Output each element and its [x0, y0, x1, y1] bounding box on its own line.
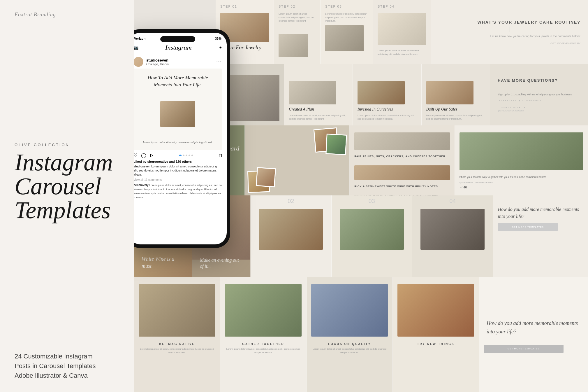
- step-02-label: STEP 02: [279, 5, 316, 8]
- investment-tag: INVESTMENT: $1000/SESSION: [498, 99, 580, 102]
- social-handle-2: @STUDIOSEVENJEWELRY: [498, 110, 580, 112]
- white-wine-heading: White Wine is a must: [142, 256, 184, 270]
- right-panel: Verizon 2:00 PM 33% Instagram studioseve…: [134, 0, 588, 392]
- numbered-03-cell: 03: [332, 195, 413, 277]
- comment-username: studioseven: [134, 165, 150, 168]
- num-04: 04: [449, 198, 456, 204]
- brand-name: Foxtrot Branding: [15, 12, 56, 19]
- invested-text: Lorem ipsum dolor sit amet, consectetur …: [358, 114, 417, 121]
- pair-fruits-photo: [354, 132, 450, 150]
- try-new-cell: TRY NEW THINGS: [393, 277, 479, 392]
- try-new-label: TRY NEW THINGS: [397, 342, 474, 346]
- share-handle: @DINNERPARTYFUNWHOLESALE: [460, 181, 583, 183]
- share-icon[interactable]: ⊳: [150, 153, 154, 158]
- dot-2: [183, 155, 184, 156]
- post-content: How To Add More Memorable Moments Into Y…: [134, 69, 222, 150]
- carrier-text: Verizon: [134, 37, 145, 40]
- numbered-04-cell: 04: [412, 195, 493, 277]
- share-cell: Share your favorite way to gather with y…: [455, 125, 588, 195]
- invested-heading: Invested In Ourselves: [358, 107, 417, 112]
- commenter2-username: hellolovely: [134, 183, 149, 187]
- num-02-photo: [259, 209, 323, 250]
- heart-icon[interactable]: ♡: [134, 153, 138, 158]
- main-title: Instagram Carousel Templates: [15, 150, 119, 222]
- step-03-photo: [325, 25, 364, 51]
- step-04-photo: [378, 13, 426, 45]
- built-sales-text: Lorem ipsum dolor sit amet, consectetur …: [426, 114, 485, 121]
- pick-wine-photo: [354, 165, 450, 180]
- instagram-header: Instagram: [134, 41, 227, 54]
- dot-3: [186, 155, 187, 156]
- profile-row: studioseven Chicago, Illinois ···: [134, 54, 227, 69]
- get-more-button[interactable]: GET MORE TEMPLATES: [498, 223, 558, 231]
- template-row-1: STEP 01 o Care For Jewelry STEP 02 Lorem…: [216, 0, 588, 64]
- avatar[interactable]: [134, 57, 143, 67]
- location-text: Chicago, Illinois: [146, 62, 169, 66]
- post-comment-1: studioseven Lorem ipsum dolor sit amet, …: [134, 164, 227, 177]
- phone-screen: Verizon 2:00 PM 33% Instagram studioseve…: [134, 33, 227, 244]
- overlap-photo-2: [325, 134, 347, 155]
- view-all-comments[interactable]: View all 11 comments: [134, 177, 227, 183]
- collection-label: OLIVE COLLECTION: [15, 143, 119, 147]
- camera-icon[interactable]: [134, 45, 138, 50]
- phone-outer: Verizon 2:00 PM 33% Instagram studioseve…: [134, 29, 230, 248]
- connector-2: [539, 85, 539, 91]
- pair-fruits-text: PAIR FRUITS, NUTS, CRACKERS, AND CHEESES…: [354, 155, 450, 158]
- created-plan-heading: Created A Plan: [289, 107, 348, 112]
- post-comment-2: hellolovely Lorem ipsum dolor sit amet, …: [134, 183, 227, 200]
- created-plan-cell: Created A Plan Lorem ipsum dolor sit ame…: [284, 64, 353, 125]
- num-04-photo: [420, 209, 485, 250]
- num-02: 02: [288, 198, 294, 204]
- step-04-label: STEP 04: [378, 5, 426, 8]
- make-evening-heading: Make an evening out of it...: [200, 257, 243, 270]
- instagram-logo: Instagram: [165, 44, 191, 51]
- send-icon[interactable]: [219, 45, 222, 50]
- dot-1: [179, 155, 182, 156]
- share-photo: [460, 132, 583, 170]
- gather-together-label: GATHER TOGETHER: [225, 342, 302, 346]
- get-templates-button[interactable]: GET MORE TEMPLATES: [484, 345, 564, 353]
- try-new-photo: [397, 284, 474, 337]
- connector-1: [510, 27, 510, 32]
- focus-photo: [311, 284, 388, 337]
- jewelry-care-body: Let us know how you're caring for your j…: [439, 34, 580, 38]
- jewelry-care-title: WHAT'S YOUR JEWELRY CARE ROUTINE?: [439, 20, 580, 25]
- left-panel: Foxtrot Branding OLIVE COLLECTION Instag…: [0, 0, 134, 392]
- built-sales-heading: Built Up Our Sales: [426, 107, 485, 112]
- bookmark-icon[interactable]: ⊓: [219, 153, 222, 158]
- step-04-text: Lorem ipsum dolor sit amet, consectetur …: [378, 49, 426, 56]
- be-imaginative-text: Lorem ipsum dolor sit amet, consectetur …: [139, 347, 215, 354]
- comment-icon[interactable]: ◯: [141, 153, 146, 158]
- pick-wine-text: PICK A SEMI-SWEET WHITE WINE WITH FRUITY…: [354, 185, 450, 188]
- invested-photo: [358, 81, 405, 104]
- step-04-cell: STEP 04 Lorem ipsum dolor sit amet, cons…: [373, 0, 431, 64]
- dot-4: [189, 155, 190, 156]
- connect-with-label: CONNECT WITH US: [498, 106, 580, 108]
- post-image: [160, 101, 195, 127]
- numbered-02-cell: 02: [251, 195, 332, 277]
- num-03: 03: [369, 198, 375, 204]
- num-03-photo: [340, 209, 404, 250]
- be-imaginative-cell: BE IMAGINATIVE Lorem ipsum dolor sit ame…: [134, 277, 220, 392]
- overlap-photo-4: [256, 167, 276, 187]
- final-question-cell: How do you add more memorable moments in…: [479, 277, 588, 392]
- final-question-text-row4: How do you add more memorable moments in…: [498, 206, 583, 220]
- step-02-photo: [279, 34, 308, 57]
- step-03-cell: STEP 03 Lorem ipsum dolor sit amet, cons…: [321, 0, 373, 64]
- gather-together-cell: GATHER TOGETHER Lorem ipsum dolor sit am…: [220, 277, 307, 392]
- step-01-label: STEP 01: [220, 5, 269, 8]
- more-options-icon[interactable]: ···: [216, 59, 222, 65]
- username-text[interactable]: studioseven: [146, 58, 169, 62]
- overlapping-photos-cell: [245, 125, 350, 195]
- gather-together-text: Lorem ipsum dolor sit amet, consectetur …: [225, 347, 302, 354]
- carousel-dots: [179, 155, 193, 156]
- brand-header: Foxtrot Branding: [15, 12, 119, 19]
- post-title: How To Add More Memorable Moments Into Y…: [138, 74, 217, 88]
- template-row-2: 24 25 06 Created A Plan Lorem ipsum dolo…: [216, 64, 588, 125]
- focus-quality-cell: FOCUS ON QUALITY Lorem ipsum dolor sit a…: [307, 277, 393, 392]
- jewelry-care-cell: WHAT'S YOUR JEWELRY CARE ROUTINE? Let us…: [431, 0, 588, 64]
- handle-tag: @STUDIOSEVENJEWELRY: [439, 42, 580, 45]
- share-heart: ♡ 40: [460, 185, 583, 190]
- post-caption: Lorem ipsum dolor sit amet, consectetur …: [143, 140, 212, 144]
- product-description: 24 Customizable Instagram Posts in Carou…: [15, 351, 119, 380]
